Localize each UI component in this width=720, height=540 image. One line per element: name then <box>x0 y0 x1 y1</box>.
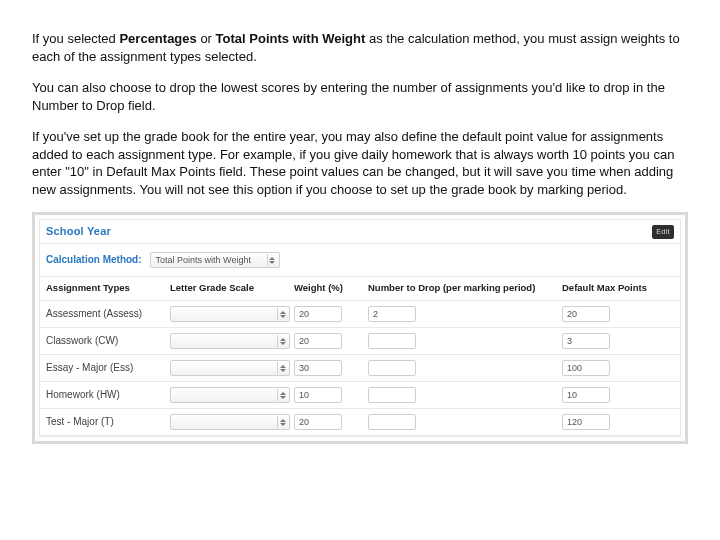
letter-grade-scale-select[interactable] <box>170 387 290 403</box>
p1-text-c: or <box>197 31 216 46</box>
grid-row: Classwork (CW) 20 3 <box>40 328 680 355</box>
letter-grade-scale-select[interactable] <box>170 306 290 322</box>
letter-grade-scale-select[interactable] <box>170 333 290 349</box>
col-number-to-drop: Number to Drop (per marking period) <box>368 282 558 295</box>
assignment-type-label: Classwork (CW) <box>46 334 166 348</box>
number-to-drop-input[interactable] <box>368 414 416 430</box>
col-weight: Weight (%) <box>294 282 364 295</box>
grid-header-row: Assignment Types Letter Grade Scale Weig… <box>40 277 680 301</box>
edit-button[interactable]: Edit <box>652 225 674 239</box>
number-to-drop-input[interactable]: 2 <box>368 306 416 322</box>
default-max-points-input[interactable]: 3 <box>562 333 610 349</box>
weight-input[interactable]: 20 <box>294 414 342 430</box>
p1-text-a: If you selected <box>32 31 119 46</box>
assignment-type-label: Essay - Major (Ess) <box>46 361 166 375</box>
letter-grade-scale-select[interactable] <box>170 360 290 376</box>
intro-paragraph-2: You can also choose to drop the lowest s… <box>32 79 688 114</box>
default-max-points-input[interactable]: 120 <box>562 414 610 430</box>
p1-bold-totalpoints: Total Points with Weight <box>216 31 366 46</box>
chevron-updown-icon <box>277 389 287 401</box>
default-max-points-input[interactable]: 100 <box>562 360 610 376</box>
grid-row: Test - Major (T) 20 120 <box>40 409 680 436</box>
gradebook-panel: School Year Edit Calculation Method: Tot… <box>32 212 688 444</box>
col-assignment-types: Assignment Types <box>46 282 166 295</box>
gradebook-panel-inner: School Year Edit Calculation Method: Tot… <box>39 219 681 437</box>
chevron-updown-icon <box>277 416 287 428</box>
default-max-points-input[interactable]: 10 <box>562 387 610 403</box>
number-to-drop-input[interactable] <box>368 360 416 376</box>
intro-paragraph-3: If you've set up the grade book for the … <box>32 128 688 198</box>
chevron-updown-icon <box>267 254 277 266</box>
assignment-type-label: Assessment (Assess) <box>46 307 166 321</box>
assignment-type-label: Homework (HW) <box>46 388 166 402</box>
calculation-method-value: Total Points with Weight <box>156 254 251 266</box>
calculation-method-row: Calculation Method: Total Points with We… <box>40 244 680 277</box>
calculation-method-label: Calculation Method: <box>46 253 142 267</box>
number-to-drop-input[interactable] <box>368 333 416 349</box>
panel-title: School Year <box>46 224 111 239</box>
grid-row: Assessment (Assess) 20 2 20 <box>40 301 680 328</box>
col-default-max-points: Default Max Points <box>562 282 672 295</box>
weight-input[interactable]: 20 <box>294 333 342 349</box>
weight-input[interactable]: 30 <box>294 360 342 376</box>
weight-input[interactable]: 10 <box>294 387 342 403</box>
intro-paragraph-1: If you selected Percentages or Total Poi… <box>32 30 688 65</box>
weight-input[interactable]: 20 <box>294 306 342 322</box>
default-max-points-input[interactable]: 20 <box>562 306 610 322</box>
chevron-updown-icon <box>277 335 287 347</box>
number-to-drop-input[interactable] <box>368 387 416 403</box>
grid-row: Essay - Major (Ess) 30 100 <box>40 355 680 382</box>
assignment-type-label: Test - Major (T) <box>46 415 166 429</box>
calculation-method-select[interactable]: Total Points with Weight <box>150 252 280 268</box>
chevron-updown-icon <box>277 362 287 374</box>
panel-header: School Year Edit <box>40 220 680 244</box>
p1-bold-percentages: Percentages <box>119 31 196 46</box>
chevron-updown-icon <box>277 308 287 320</box>
grid-row: Homework (HW) 10 10 <box>40 382 680 409</box>
col-letter-grade-scale: Letter Grade Scale <box>170 282 290 295</box>
letter-grade-scale-select[interactable] <box>170 414 290 430</box>
